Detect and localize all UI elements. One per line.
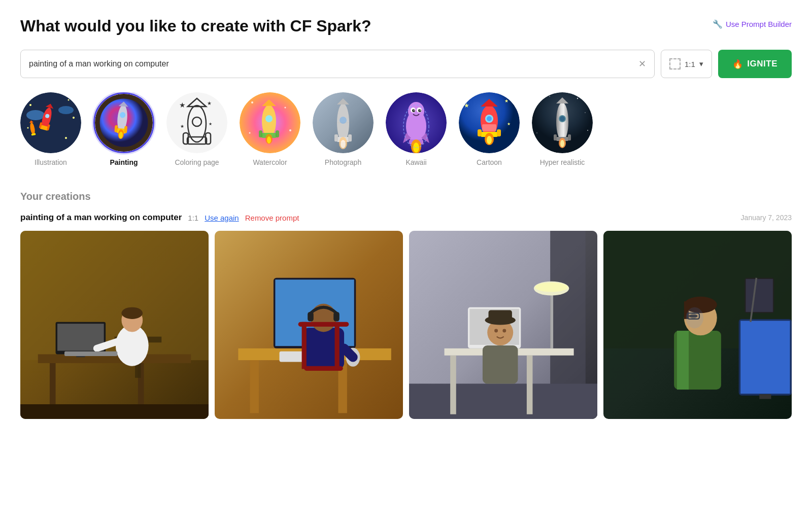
creations-section: Your creations painting of a man working… [20,191,792,419]
svg-line-136 [344,348,353,357]
style-circle-cartoon: ★ ★ ★ [459,92,520,153]
svg-rect-120 [64,352,117,356]
image-card-2[interactable] [215,231,403,419]
svg-point-68 [414,110,415,111]
svg-point-41 [289,129,291,131]
prompt-row: painting of a man working on computer 1:… [20,213,792,223]
svg-point-174 [686,307,703,329]
svg-point-6 [26,110,45,120]
svg-rect-163 [740,321,790,394]
svg-point-86 [487,116,492,121]
svg-rect-166 [677,331,689,390]
style-item-painting[interactable]: Painting [93,92,154,166]
style-circle-painting [93,92,154,153]
svg-point-1 [29,104,31,106]
svg-rect-134 [308,312,314,322]
svg-point-40 [285,107,286,109]
svg-rect-176 [746,279,773,312]
style-circle-coloring: ★ ★ ★ ★ [166,92,227,153]
image-card-4[interactable] [603,231,792,419]
svg-point-88 [487,136,492,144]
svg-rect-157 [489,310,512,322]
style-label-painting: Painting [110,158,138,166]
svg-point-91 [539,99,540,100]
style-item-coloring[interactable]: ★ ★ ★ ★ Coloring page [166,92,227,166]
remove-prompt-button[interactable]: Remove prompt [245,214,299,222]
svg-point-92 [549,96,550,97]
search-box: ✕ [20,50,655,78]
svg-point-59 [341,140,346,148]
ignite-button[interactable]: 🔥 IGNITE [718,50,792,78]
svg-point-150 [535,283,568,292]
style-item-photograph[interactable]: Photograph [313,92,374,166]
svg-rect-154 [483,345,518,383]
svg-rect-124 [250,360,259,413]
svg-point-103 [560,116,565,121]
svg-point-2 [68,99,70,101]
style-label-illustration: Illustration [35,158,67,166]
svg-rect-84 [497,129,501,136]
style-circle-kawaii [386,92,447,153]
style-circle-watercolor [240,92,300,153]
chevron-down-icon: ▾ [699,59,703,68]
svg-rect-46 [259,130,262,137]
prompt-builder-button[interactable]: 🔧 Use Prompt Builder [713,19,792,29]
svg-point-3 [73,117,75,119]
style-circle-illustration [20,92,81,153]
svg-text:★: ★ [507,122,511,126]
svg-point-4 [27,127,29,129]
svg-rect-146 [450,356,456,414]
svg-rect-47 [276,130,279,137]
style-item-illustration[interactable]: Illustration [20,92,81,166]
svg-point-48 [265,115,273,122]
style-categories: Illustration [20,92,792,170]
image-grid [20,231,792,419]
svg-point-5 [65,137,67,139]
flame-icon: 🔥 [732,59,743,69]
svg-point-0 [20,92,81,153]
use-again-button[interactable]: Use again [205,214,239,222]
style-item-hyper-realistic[interactable]: Hyper realistic [532,92,593,166]
style-label-coloring: Coloring page [175,158,219,166]
prompt-date: January 7, 2023 [741,214,792,222]
style-item-kawaii[interactable]: Kawaii [386,92,447,166]
svg-point-67 [418,109,421,112]
aspect-ratio-button[interactable]: 1:1 ▾ [661,50,712,78]
svg-point-42 [249,132,251,134]
svg-point-66 [412,109,415,112]
svg-point-95 [587,130,588,131]
svg-rect-144 [409,384,597,419]
svg-rect-140 [335,322,340,369]
style-label-hyper-realistic: Hyper realistic [540,158,585,166]
svg-point-105 [560,140,564,147]
svg-point-63 [408,102,424,120]
style-circle-hyper-realistic [532,92,593,153]
svg-rect-83 [478,129,482,136]
svg-point-96 [536,133,537,134]
search-input[interactable] [29,59,638,68]
svg-point-118 [121,307,143,319]
svg-rect-101 [568,134,571,140]
svg-text:★: ★ [179,101,186,109]
svg-point-7 [58,106,74,114]
svg-point-159 [502,329,506,333]
svg-point-93 [577,98,578,99]
prompt-ratio: 1:1 [188,214,198,222]
style-item-cartoon[interactable]: ★ ★ ★ Cartoon [459,92,520,166]
svg-rect-89 [482,124,496,131]
page-header: What would you like to create with CF Sp… [20,16,792,36]
svg-rect-55 [334,134,338,142]
style-label-watercolor: Watercolor [253,158,287,166]
aspect-ratio-icon [669,58,681,69]
svg-text:★: ★ [207,100,212,106]
image-card-3[interactable] [409,231,597,419]
prompt-text: painting of a man working on computer [20,213,182,223]
page-title: What would you like to create with CF Sp… [20,16,371,36]
style-item-watercolor[interactable]: Watercolor [240,92,300,166]
style-label-cartoon: Cartoon [477,158,502,166]
image-card-1[interactable] [20,231,209,419]
svg-rect-148 [550,290,553,348]
svg-point-94 [585,113,586,114]
search-clear-button[interactable]: ✕ [638,58,646,69]
svg-text:★: ★ [504,98,509,103]
